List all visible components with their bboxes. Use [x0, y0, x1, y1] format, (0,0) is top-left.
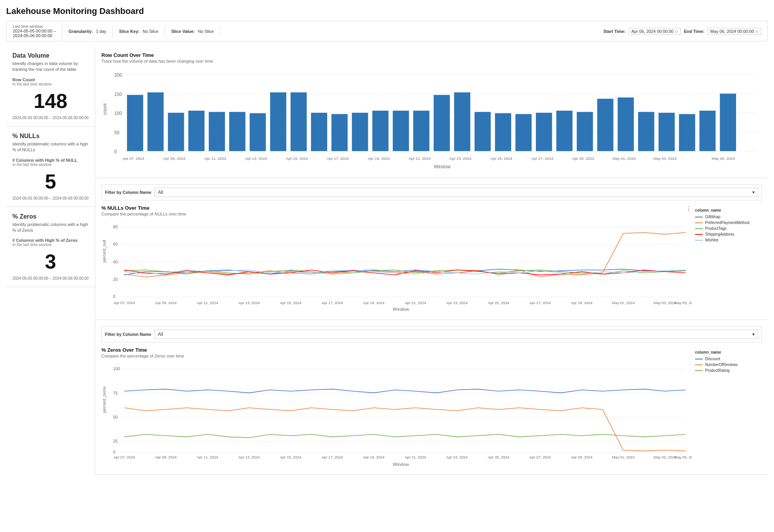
zeros-chart-container: % Zeros Over Time Compare the percentage…	[101, 347, 762, 468]
legend-item-shipping: ShippingAddress	[695, 232, 759, 236]
nulls-chart-area: % NULLs Over Time Compare the percentage…	[101, 205, 692, 313]
svg-rect-27	[454, 92, 470, 151]
svg-text:Apr 17, 2024: Apr 17, 2024	[321, 455, 343, 459]
zeros-chart-title: % Zeros Over Time	[101, 347, 692, 353]
dashboard-title: Lakehouse Monitoring Dashboard	[6, 6, 768, 16]
svg-text:Apr 29, 2024: Apr 29, 2024	[572, 156, 594, 161]
svg-text:Apr 07, 2024: Apr 07, 2024	[113, 455, 135, 459]
svg-text:Apr 11, 2024: Apr 11, 2024	[197, 455, 218, 459]
row-count-chart-title: Row Count Over Time	[101, 52, 762, 58]
main-layout: Data Volume Identify changes in data vol…	[6, 46, 768, 475]
zeros-line-chart: 100 75 50 25 0 percent_zeros	[101, 363, 692, 467]
nulls-chart-title: % NULLs Over Time	[101, 205, 186, 211]
svg-rect-28	[475, 112, 491, 151]
last-time-value2: 2024-05-06 00:00:00	[13, 33, 56, 38]
zero-columns-sublabel: In the last time window	[12, 243, 89, 247]
svg-text:Apr 11, 2024: Apr 11, 2024	[204, 156, 226, 161]
row-count-chart-subtitle: Track how the volume of data has been ch…	[101, 59, 762, 63]
nulls-chart-titles: % NULLs Over Time Compare the percentage…	[101, 205, 186, 221]
svg-text:count: count	[102, 103, 108, 115]
null-columns-sublabel: In the last time window	[12, 163, 89, 167]
svg-text:May 01, 2024: May 01, 2024	[613, 156, 636, 161]
granularity-filter: Granularity: 1 day	[62, 26, 113, 37]
zeros-chart-area: % Zeros Over Time Compare the percentage…	[101, 347, 692, 468]
svg-text:May 05, 2024: May 05, 2024	[674, 301, 692, 305]
svg-rect-29	[495, 113, 511, 151]
svg-rect-34	[597, 99, 613, 151]
last-time-window: Last time window: 2024-05-05 00:00:00 – …	[7, 21, 62, 41]
slice-key-label: Slice Key:	[119, 29, 140, 34]
nulls-desc: Identify problematic columns with a high…	[12, 141, 89, 153]
svg-rect-22	[352, 113, 368, 151]
svg-text:0: 0	[113, 294, 115, 299]
svg-text:Window: Window	[434, 164, 450, 169]
start-time-value[interactable]: Apr 06, 2024 00:00:00 ◇	[629, 28, 681, 35]
zeros-filter-label: Filter by Column Name	[105, 332, 151, 337]
end-time-value[interactable]: May 06, 2024 00:00:00 ◇	[707, 28, 761, 35]
svg-text:0: 0	[114, 149, 117, 154]
zeros-desc: Identify problematic columns with a high…	[12, 222, 89, 234]
nulls-filter-chevron: ▾	[752, 190, 755, 195]
svg-rect-24	[393, 111, 409, 151]
null-columns-value: 5	[12, 170, 89, 193]
null-columns-date: 2024-05-05 00:00:00 – 2024-05-06 00:00:0…	[12, 196, 89, 200]
svg-text:Apr 13, 2024: Apr 13, 2024	[245, 156, 267, 161]
start-time-label: Start Time:	[603, 29, 625, 34]
slice-value-label: Slice Value:	[171, 29, 195, 34]
slice-value-filter: Slice Value: No Slice	[165, 26, 220, 37]
svg-rect-36	[638, 112, 654, 151]
svg-text:100: 100	[113, 367, 120, 371]
svg-text:Apr 09, 2024: Apr 09, 2024	[155, 301, 177, 305]
legend-item-product-tags: ProductTags	[695, 226, 759, 231]
svg-text:Apr 13, 2024: Apr 13, 2024	[239, 301, 260, 305]
svg-text:40: 40	[113, 260, 118, 264]
svg-text:Window: Window	[393, 306, 409, 312]
svg-rect-23	[372, 111, 389, 151]
svg-text:May 03, 2024: May 03, 2024	[653, 156, 676, 161]
svg-text:Apr 29, 2024: Apr 29, 2024	[571, 301, 593, 305]
zeros-filter-select[interactable]: All ▾	[154, 330, 758, 339]
row-count-chart: 200 150 100 50 0 count	[101, 68, 762, 170]
svg-rect-14	[188, 111, 204, 151]
svg-text:Apr 17, 2024: Apr 17, 2024	[327, 156, 349, 161]
zeros-legend-title: column_name	[695, 350, 759, 354]
zeros-filter-value: All	[158, 332, 163, 337]
start-time-icon: ◇	[675, 29, 678, 33]
svg-rect-33	[577, 112, 593, 151]
last-time-label: Last time window:	[13, 24, 56, 29]
svg-text:May 03, 2024: May 03, 2024	[654, 301, 676, 305]
legend-item-product-rating: ProductRating	[695, 368, 759, 373]
svg-rect-19	[290, 92, 307, 151]
svg-text:0: 0	[113, 450, 115, 454]
svg-rect-25	[413, 111, 429, 151]
svg-text:Apr 15, 2024: Apr 15, 2024	[280, 301, 302, 305]
svg-rect-18	[270, 92, 287, 151]
svg-text:Window: Window	[393, 462, 409, 467]
nulls-filter-label: Filter by Column Name	[105, 190, 151, 195]
nulls-chart-header: % NULLs Over Time Compare the percentage…	[101, 205, 692, 221]
svg-text:Apr 19, 2024: Apr 19, 2024	[363, 455, 385, 459]
svg-rect-12	[148, 92, 164, 151]
svg-text:Apr 15, 2024: Apr 15, 2024	[286, 156, 308, 161]
zeros-chart-subtitle: Compare the percentage of Zeros over tim…	[101, 354, 692, 358]
nulls-filter-select[interactable]: All ▾	[154, 188, 758, 197]
svg-text:25: 25	[113, 439, 118, 443]
svg-text:200: 200	[114, 72, 122, 78]
granularity-value: 1 day	[96, 29, 106, 34]
svg-text:May 05, 2024: May 05, 2024	[674, 455, 692, 459]
svg-rect-11	[127, 95, 143, 151]
nulls-more-icon[interactable]: ⋮	[686, 205, 692, 221]
granularity-label: Granularity:	[69, 29, 93, 34]
svg-text:60: 60	[113, 242, 118, 246]
data-volume-desc: Identify changes in data volume by track…	[12, 61, 89, 73]
svg-text:20: 20	[113, 277, 118, 282]
end-time-label: End Time:	[684, 29, 704, 34]
last-time-value1: 2024-05-05 00:00:00 –	[13, 29, 56, 33]
svg-text:Apr 23, 2024: Apr 23, 2024	[446, 455, 468, 459]
svg-rect-30	[515, 114, 532, 151]
row-count-date: 2024-05-05 00:00:00 – 2024-05-06 00:00:0…	[12, 116, 89, 120]
data-volume-section: Data Volume Identify changes in data vol…	[6, 46, 95, 127]
nulls-chart-container: % NULLs Over Time Compare the percentage…	[101, 205, 762, 313]
svg-text:Apr 21, 2024: Apr 21, 2024	[405, 455, 426, 459]
svg-text:100: 100	[114, 111, 122, 116]
